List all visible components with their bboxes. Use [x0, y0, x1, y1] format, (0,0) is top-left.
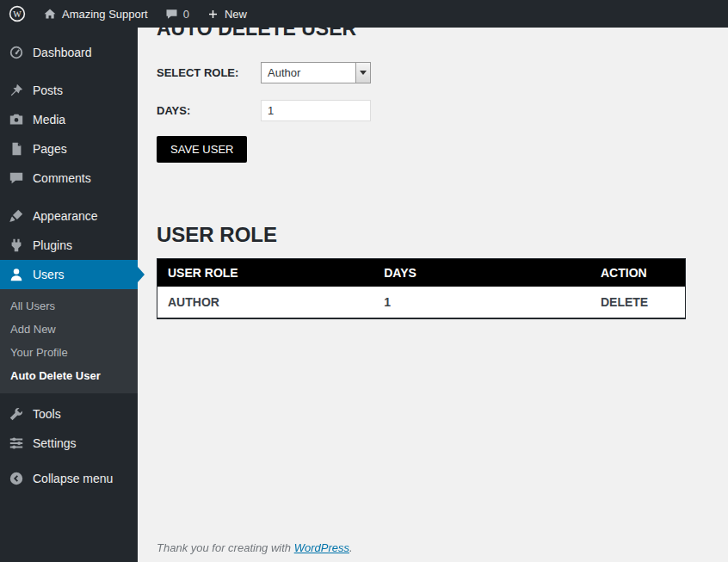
sidebar-item-label: Comments [33, 170, 91, 186]
days-input[interactable] [261, 100, 371, 121]
sidebar-item-pages[interactable]: Pages [0, 134, 138, 164]
chevron-down-icon[interactable] [355, 63, 370, 83]
submenu-item-all-users[interactable]: All Users [0, 294, 138, 318]
column-header-days: DAYS [373, 258, 590, 287]
sidebar-item-appearance[interactable]: Appearance [0, 201, 138, 231]
footer-suffix: . [349, 541, 353, 554]
footer-text: Thank you for creating with [157, 541, 294, 554]
sidebar-item-label: Tools [33, 406, 61, 422]
cell-days: 1 [373, 287, 590, 318]
sidebar-item-label: Settings [33, 435, 77, 451]
pin-icon [9, 83, 24, 98]
column-header-user-role: USER ROLE [157, 258, 374, 287]
collapse-icon [9, 471, 24, 486]
footer: Thank you for creating with WordPress. [157, 541, 353, 554]
settings-icon [9, 435, 24, 451]
select-role-row: SELECT ROLE: Author [157, 62, 702, 83]
sidebar-item-collapse-menu[interactable]: Collapse menu [0, 464, 138, 493]
media-icon [9, 112, 24, 127]
home-icon [43, 7, 57, 21]
sidebar-item-posts[interactable]: Posts [0, 76, 138, 105]
sidebar-item-label: Users [33, 267, 65, 282]
days-label: DAYS: [157, 104, 261, 117]
table-header-row: USER ROLE DAYS ACTION [157, 258, 686, 287]
sidebar-item-dashboard[interactable]: Dashboard [0, 38, 138, 67]
comments-icon [9, 170, 24, 186]
menu-separator [0, 393, 138, 399]
sidebar-item-plugins[interactable]: Plugins [0, 231, 138, 260]
sidebar-item-label: Plugins [33, 238, 72, 253]
comments-count: 0 [183, 8, 189, 21]
plus-icon [207, 8, 219, 21]
sidebar-item-media[interactable]: Media [0, 105, 138, 134]
delete-action[interactable]: DELETE [590, 287, 686, 318]
wordpress-link[interactable]: WordPress [294, 541, 349, 554]
sidebar-item-users[interactable]: Users [0, 260, 138, 289]
site-name: Amazing Support [62, 8, 148, 21]
sidebar-item-label: Dashboard [33, 45, 92, 60]
menu-separator [0, 458, 138, 464]
submenu-item-your-profile[interactable]: Your Profile [0, 341, 138, 364]
site-name-menu[interactable]: Amazing Support [34, 0, 157, 28]
submenu-item-auto-delete-user[interactable]: Auto Delete User [0, 364, 138, 387]
wordpress-logo[interactable]: W [0, 0, 34, 28]
role-select[interactable]: Author [261, 62, 371, 83]
admin-sidebar: Dashboard Posts Media Pages Comments [0, 28, 138, 562]
sidebar-item-tools[interactable]: Tools [0, 399, 138, 429]
comment-bubble-icon [165, 8, 178, 21]
role-select-value: Author [262, 66, 355, 79]
user-role-section-title: USER ROLE [157, 223, 702, 247]
sidebar-item-label: Appearance [33, 208, 98, 224]
new-label: New [225, 8, 247, 21]
table-row: AUTHOR 1 DELETE [157, 287, 686, 318]
days-row: DAYS: [157, 100, 702, 121]
active-item-arrow [138, 267, 145, 282]
sidebar-item-label: Pages [33, 141, 67, 157]
sidebar-item-label: Posts [33, 83, 63, 98]
sidebar-item-label: Collapse menu [33, 471, 113, 486]
plugin-icon [9, 238, 24, 253]
pages-icon [9, 141, 24, 157]
admin-bar: W Amazing Support 0 New [0, 0, 728, 28]
wordpress-logo-icon: W [9, 5, 26, 22]
sidebar-item-settings[interactable]: Settings [0, 429, 138, 458]
dashboard-icon [9, 45, 24, 60]
users-submenu: All Users Add New Your Profile Auto Dele… [0, 289, 138, 393]
appearance-icon [9, 208, 24, 224]
menu-separator [0, 67, 138, 76]
tools-icon [9, 406, 24, 422]
svg-text:W: W [13, 9, 22, 19]
user-role-table: USER ROLE DAYS ACTION AUTHOR 1 DELETE [157, 258, 686, 319]
main-content: AUTO DELETE USER SELECT ROLE: Author DAY… [138, 0, 728, 319]
menu-separator [0, 193, 138, 201]
sidebar-item-label: Media [33, 112, 65, 127]
save-user-button[interactable]: SAVE USER [157, 136, 247, 163]
select-role-label: SELECT ROLE: [157, 66, 261, 79]
cell-user-role: AUTHOR [157, 287, 374, 318]
sidebar-item-comments[interactable]: Comments [0, 164, 138, 193]
submenu-item-add-new[interactable]: Add New [0, 318, 138, 341]
column-header-action: ACTION [590, 258, 686, 287]
users-icon [9, 267, 24, 282]
new-content-menu[interactable]: New [198, 0, 256, 28]
comments-bubble-menu[interactable]: 0 [157, 0, 198, 28]
